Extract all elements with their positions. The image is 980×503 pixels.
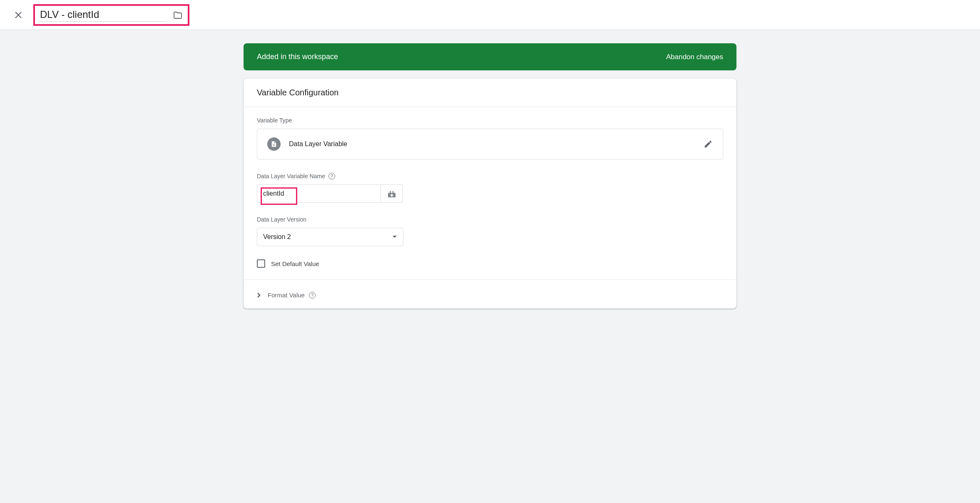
set-default-label: Set Default Value [271,260,319,267]
top-bar [0,0,980,30]
workspace-status-banner: Added in this workspace Abandon changes [244,43,736,70]
divider [244,279,736,280]
close-button[interactable] [10,7,27,23]
set-default-checkbox[interactable] [257,259,265,268]
chevron-right-icon [257,292,261,298]
variable-title-input[interactable] [38,8,166,22]
dlv-version-select[interactable]: Version 2 [257,228,403,246]
close-icon [13,10,23,20]
help-icon[interactable]: ? [328,173,335,179]
title-highlight-box [33,4,189,26]
abandon-changes-button[interactable]: Abandon changes [666,53,723,61]
help-icon[interactable]: ? [309,292,316,299]
dlv-version-value: Version 2 [263,233,291,241]
brick-plus-icon [387,190,396,197]
dlv-version-label: Data Layer Version [257,216,723,223]
format-value-row[interactable]: Format Value ? [244,281,736,309]
status-text: Added in this workspace [257,52,338,61]
variable-type-selector[interactable]: Data Layer Variable [257,129,723,159]
variable-type-name: Data Layer Variable [289,140,347,148]
chevron-down-icon [392,235,397,239]
card-title: Variable Configuration [257,88,338,97]
folder-icon[interactable] [173,10,183,20]
dlv-name-highlight [257,184,381,203]
set-default-value-row[interactable]: Set Default Value [257,259,723,268]
svg-rect-3 [390,195,393,196]
dlv-name-label: Data Layer Variable Name ? [257,173,723,179]
variable-configuration-card: Variable Configuration Variable Type Dat… [244,79,736,309]
document-icon [267,137,281,151]
pencil-icon [704,139,713,149]
content-area: Added in this workspace Abandon changes … [0,30,980,325]
variable-picker-button[interactable] [381,184,403,203]
card-header: Variable Configuration [244,79,736,107]
variable-type-label: Variable Type [257,117,723,124]
format-value-label: Format Value [268,291,305,299]
dlv-name-input[interactable] [257,184,381,203]
